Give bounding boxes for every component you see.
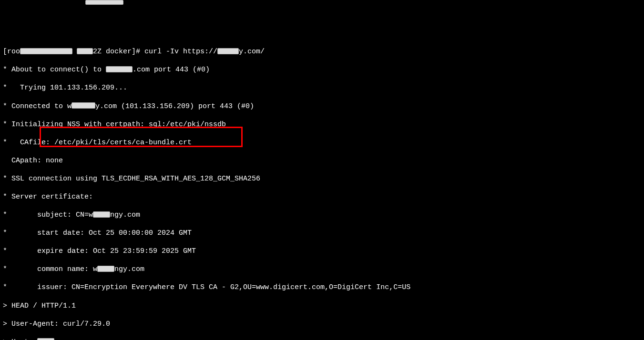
terminal-line: * Trying 101.133.156.209...	[3, 83, 641, 92]
terminal-line: * Server certificate:	[3, 192, 641, 201]
redact-block	[85, 0, 123, 5]
terminal-line: * issuer: CN=Encryption Everywhere DV TL…	[3, 283, 641, 292]
terminal-line: * About to connect() to .com port 443 (#…	[3, 65, 641, 74]
terminal-line: * subject: CN=wngy.com	[3, 210, 641, 220]
terminal-line: * Connected to wy.com (101.133.156.209) …	[3, 102, 641, 111]
terminal-output[interactable]: [roo 2Z docker]# curl -Iv https://y.com/…	[3, 38, 641, 340]
terminal-line: > User-Agent: curl/7.29.0	[3, 320, 641, 329]
terminal-line: [roo 2Z docker]# curl -Iv https://y.com/	[3, 47, 641, 56]
terminal-line: * Initializing NSS with certpath: sql:/e…	[3, 120, 641, 129]
terminal-line: * common name: wngy.com	[3, 265, 641, 274]
terminal-line-start-date: * start date: Oct 25 00:00:00 2024 GMT	[3, 229, 641, 238]
terminal-line: > HEAD / HTTP/1.1	[3, 301, 641, 310]
terminal-line: CApath: none	[3, 156, 641, 165]
terminal-line: > Host: ngy.com	[3, 338, 641, 340]
terminal-line: * CAfile: /etc/pki/tls/certs/ca-bundle.c…	[3, 138, 641, 147]
terminal-line: * SSL connection using TLS_ECDHE_RSA_WIT…	[3, 174, 641, 183]
terminal-line-expire-date: * expire date: Oct 25 23:59:59 2025 GMT	[3, 247, 641, 256]
